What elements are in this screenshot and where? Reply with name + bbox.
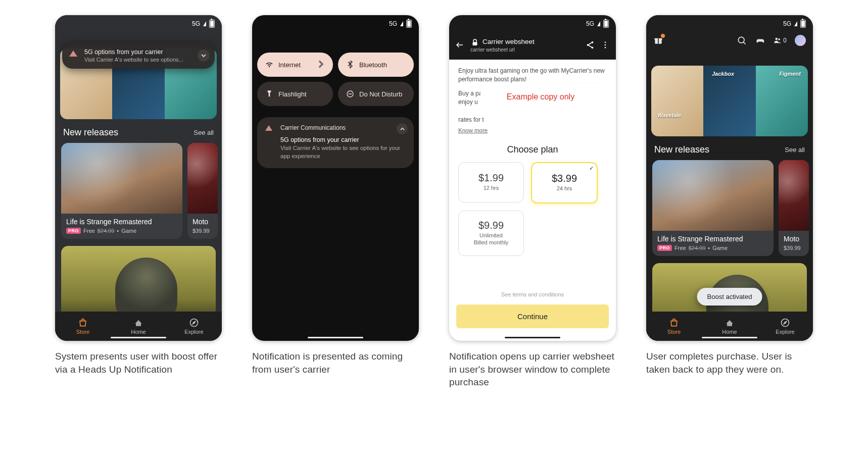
signal-icon	[203, 21, 206, 26]
lock-icon	[470, 38, 479, 47]
qs-internet[interactable]: Internet	[257, 53, 333, 77]
game-name: Moto	[192, 218, 213, 226]
store-top-bar: 0	[646, 31, 813, 49]
game-card[interactable]: Moto $39.99	[779, 160, 809, 256]
status-bar: 5G	[449, 15, 616, 30]
gesture-bar	[111, 337, 166, 338]
game-price: $39.99	[192, 228, 210, 234]
plan-option[interactable]: $1.99 12 hrs	[458, 162, 524, 202]
svg-marker-20	[784, 322, 787, 324]
game-meta: PRO Free $24.99 • Game	[66, 228, 177, 234]
carrier-triangle-icon	[69, 50, 77, 57]
terms-link[interactable]: See terms and conditions	[449, 291, 616, 297]
game-card[interactable]: Moto $39.99	[187, 143, 218, 239]
tab-explore[interactable]: Explore	[757, 312, 813, 341]
bluetooth-icon	[346, 61, 354, 69]
know-more-link[interactable]: Know more	[458, 127, 488, 133]
gesture-bar	[702, 337, 757, 338]
svg-point-18	[778, 38, 780, 40]
notification-body: Visit Carrier A's website to see options…	[280, 144, 407, 160]
carrier-notification[interactable]: Carrier Communications 5G options from y…	[257, 117, 414, 168]
avatar[interactable]	[795, 35, 806, 46]
expand-button[interactable]	[198, 49, 210, 62]
flashlight-icon	[265, 90, 273, 98]
caption: Notification is presented as coming from…	[252, 350, 419, 376]
heads-up-notification[interactable]: 5G options from your carrier Visit Carri…	[62, 42, 215, 69]
dnd-icon	[346, 90, 354, 98]
share-icon[interactable]	[586, 40, 595, 49]
collapse-button[interactable]	[397, 123, 408, 134]
gesture-bar	[505, 337, 560, 338]
status-bar: 5G	[252, 15, 419, 30]
svg-point-15	[739, 37, 745, 43]
game-name: Life is Strange Remastered	[66, 218, 177, 226]
status-bar: 5G	[646, 15, 813, 30]
network-label: 5G	[192, 20, 200, 27]
plan-option-selected[interactable]: ✓ $3.99 24 hrs	[531, 162, 598, 204]
controller-icon[interactable]	[755, 35, 765, 45]
hero-carousel[interactable]: Wavetale Jackbox Figment	[651, 66, 808, 136]
svg-point-9	[605, 41, 606, 43]
signal-icon	[400, 21, 403, 26]
svg-point-10	[605, 44, 606, 46]
search-icon[interactable]	[737, 35, 747, 45]
wifi-icon	[265, 61, 273, 69]
svg-point-17	[776, 38, 778, 40]
back-icon[interactable]	[455, 40, 464, 49]
gift-icon[interactable]	[653, 35, 663, 45]
caption: User completes purchase. User is taken b…	[646, 350, 813, 376]
caption: System presents user with boost offer vi…	[55, 350, 222, 376]
battery-icon	[209, 20, 215, 28]
screen-4-return-to-app: 5G 0	[646, 15, 813, 341]
continue-button[interactable]: Continue	[456, 304, 609, 328]
featured-art[interactable]	[61, 246, 216, 322]
signal-icon	[794, 21, 797, 26]
boost-activated-toast: Boost activated	[697, 288, 762, 306]
hun-title: 5G options from your carrier	[84, 48, 192, 56]
plan-option[interactable]: $9.99 Unlimited Billed monthly	[458, 211, 524, 256]
example-copy-overlay: Example copy only	[480, 83, 601, 111]
intro-paragraph: Enjoy ultra fast gaming on the go with M…	[458, 67, 607, 84]
svg-point-11	[605, 47, 606, 48]
carrier-triangle-icon	[265, 125, 272, 131]
hun-body: Visit Carrier A's website to see options…	[84, 57, 192, 63]
websheet-appbar: Carrier websheet carrier websheet url	[449, 30, 616, 60]
friends-count[interactable]: 0	[773, 36, 787, 45]
battery-icon	[800, 20, 806, 28]
chevron-right-icon	[317, 60, 325, 70]
notification-title: 5G options from your carrier	[280, 136, 407, 143]
gesture-bar	[308, 337, 363, 338]
battery-icon	[603, 20, 609, 28]
signal-icon	[597, 21, 600, 26]
game-card[interactable]: Life is Strange Remastered PRO Free $24.…	[61, 143, 182, 239]
choose-plan-heading: Choose plan	[449, 144, 616, 155]
svg-line-16	[744, 42, 746, 44]
tab-store[interactable]: Store	[646, 312, 702, 341]
status-bar: 5G	[55, 15, 222, 30]
svg-rect-14	[658, 38, 659, 44]
qs-bluetooth[interactable]: Bluetooth	[338, 53, 414, 77]
see-all-link[interactable]: See all	[785, 146, 805, 154]
svg-marker-1	[193, 322, 196, 324]
overflow-icon[interactable]	[601, 40, 610, 49]
game-card[interactable]: Life is Strange Remastered PRO Free $24.…	[652, 160, 774, 256]
qs-dnd[interactable]: Do Not Disturb	[338, 82, 414, 106]
screen-2-notification-shade: 5G Internet Bluetooth	[252, 15, 419, 341]
notification-app-name: Carrier Communications	[280, 124, 407, 131]
qs-flashlight[interactable]: Flashlight	[257, 82, 333, 106]
check-icon: ✓	[589, 165, 594, 172]
screen-3-websheet: 5G Carrier websheet carrier websheet url	[449, 15, 616, 341]
screen-1-heads-up: 5G 5G options from your carrier Visit Ca…	[55, 15, 222, 341]
websheet-url: carrier websheet url	[470, 47, 535, 53]
svg-rect-5	[473, 42, 477, 45]
pro-badge: PRO	[66, 228, 81, 234]
people-icon	[773, 36, 782, 45]
section-title: New releases	[63, 127, 118, 138]
tab-explore[interactable]: Explore	[166, 312, 222, 341]
see-all-link[interactable]: See all	[194, 129, 214, 136]
websheet-title: Carrier websheet	[470, 38, 535, 47]
tab-store[interactable]: Store	[55, 312, 111, 341]
battery-icon	[406, 20, 412, 28]
caption: Notification opens up carrier websheet i…	[449, 350, 616, 389]
section-title: New releases	[654, 144, 709, 155]
